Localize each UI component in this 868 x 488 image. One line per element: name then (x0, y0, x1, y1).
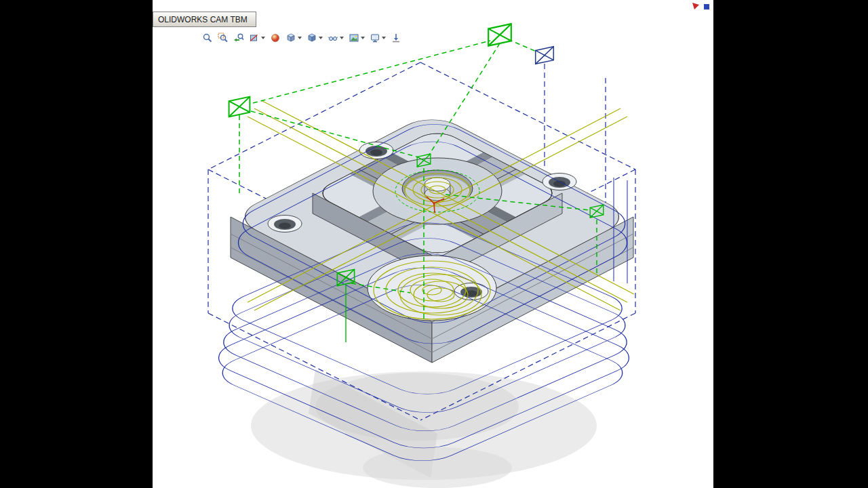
apply-scene-icon (349, 33, 359, 43)
chevron-down-icon (361, 37, 365, 39)
display-style-icon (307, 33, 317, 43)
view-settings-button[interactable] (369, 32, 387, 44)
tool-marker (229, 97, 250, 117)
tool-marker-navy (536, 47, 554, 64)
chevron-down-icon (382, 37, 386, 39)
floor-reflection (251, 369, 597, 488)
zoom-to-fit-button[interactable] (201, 32, 214, 44)
window-controls (692, 1, 711, 11)
hide-show-items-icon (328, 33, 338, 43)
apply-scene-button[interactable] (348, 32, 366, 44)
zoom-to-area-button[interactable] (217, 32, 229, 44)
previous-view-button[interactable] (233, 32, 245, 44)
document-tab-label: OLIDWORKS CAM TBM (158, 15, 248, 24)
hide-show-items-button[interactable] (327, 32, 344, 44)
letterbox-left (0, 0, 153, 488)
letterbox-right (713, 0, 868, 488)
taskpane-red-icon[interactable] (692, 1, 701, 11)
display-style-button[interactable] (306, 32, 323, 44)
taskpane-blue-icon[interactable] (702, 1, 711, 11)
zoom-to-area-icon (218, 33, 229, 43)
3d-view-arrow-button[interactable] (390, 32, 402, 44)
video-frame: OLIDWORKS CAM TBM (0, 0, 868, 488)
edit-appearance-icon (270, 33, 281, 43)
section-view-icon (249, 33, 260, 43)
zoom-to-fit-icon (202, 33, 213, 43)
edit-appearance-button[interactable] (269, 32, 281, 44)
view-orientation-icon (285, 33, 296, 43)
tool-marker (488, 24, 511, 45)
chevron-down-icon (340, 37, 344, 39)
chevron-down-icon (319, 37, 323, 39)
document-tab[interactable]: OLIDWORKS CAM TBM (153, 12, 256, 27)
previous-view-icon (233, 33, 244, 43)
part-viewport[interactable] (153, 0, 713, 488)
view-orientation-button[interactable] (285, 32, 302, 44)
3d-view-arrow-icon (391, 33, 401, 43)
chevron-down-icon (298, 37, 302, 39)
solidworks-canvas: OLIDWORKS CAM TBM (153, 0, 713, 488)
chevron-down-icon (261, 37, 265, 39)
section-view-button[interactable] (248, 32, 266, 44)
view-settings-icon (370, 33, 380, 43)
heads-up-toolbar (201, 30, 402, 46)
